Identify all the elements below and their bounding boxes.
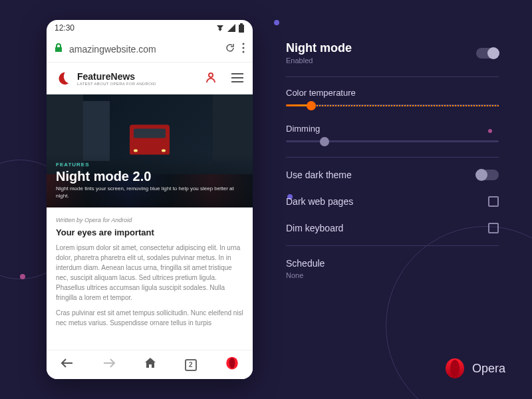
article-title: Your eyes are important: [56, 227, 243, 237]
divider: [286, 245, 499, 246]
reload-icon[interactable]: [225, 43, 235, 56]
dark-theme-label: Use dark theme: [286, 170, 352, 180]
dark-pages-checkbox[interactable]: [488, 196, 499, 207]
article-paragraph: Cras pulvinar est sit amet tempus sollic…: [56, 308, 243, 328]
site-tagline: LATEST ABOUT OPERA FOR ANDROID: [77, 82, 156, 86]
color-temperature-slider[interactable]: [286, 104, 499, 106]
opera-brand: Opera: [444, 358, 505, 379]
svg-point-2: [243, 43, 245, 45]
bg-dot: [20, 274, 25, 279]
dim-keyboard-checkbox[interactable]: [488, 223, 499, 233]
battery-icon: [238, 23, 245, 33]
divider: [286, 76, 499, 77]
wifi-icon: [215, 24, 225, 32]
schedule-setting[interactable]: Schedule None: [286, 250, 499, 287]
brand-name: Opera: [472, 362, 505, 376]
dim-keyboard-label: Dim keyboard: [286, 223, 343, 233]
dark-theme-toggle[interactable]: [476, 170, 499, 180]
site-header: FeatureNews LATEST ABOUT OPERA FOR ANDRO…: [47, 63, 253, 94]
night-mode-setting: Night mode Enabled: [286, 33, 499, 72]
divider: [286, 157, 499, 158]
dark-pages-setting: Dark web pages: [286, 188, 499, 215]
url-text: amazingwebsite.com: [69, 44, 218, 55]
dark-theme-setting: Use dark theme: [286, 162, 499, 188]
dim-keyboard-setting: Dim keyboard: [286, 215, 499, 241]
color-temperature-label: Color temperature: [286, 88, 499, 98]
dimming-setting: Dimming: [286, 117, 499, 153]
phone-frame: 12:30 amazingwebsite.com FeatureNews LAT…: [47, 20, 253, 379]
tabs-button[interactable]: 2: [185, 359, 197, 371]
dark-pages-label: Dark web pages: [286, 196, 353, 207]
slider-thumb[interactable]: [320, 137, 329, 146]
status-time: 12:30: [55, 23, 74, 33]
svg-point-6: [229, 358, 235, 368]
night-mode-status: Enabled: [286, 57, 352, 65]
hamburger-icon[interactable]: [231, 72, 243, 86]
schedule-value: None: [286, 271, 303, 279]
dimming-slider[interactable]: [286, 140, 499, 142]
moon-logo-icon: [56, 71, 70, 86]
dimming-label: Dimming: [286, 124, 499, 134]
opera-button[interactable]: [225, 356, 239, 373]
svg-point-3: [243, 47, 245, 49]
svg-rect-1: [240, 23, 243, 25]
url-bar[interactable]: amazingwebsite.com: [47, 36, 253, 63]
night-mode-title: Night mode: [286, 41, 352, 55]
user-icon[interactable]: [205, 71, 217, 86]
color-temperature-setting: Color temperature: [286, 81, 499, 117]
article: Written by Opera for Android Your eyes a…: [47, 207, 253, 342]
back-button[interactable]: [61, 358, 74, 372]
status-bar: 12:30: [47, 20, 253, 36]
svg-point-4: [243, 51, 245, 53]
more-icon[interactable]: [242, 43, 245, 56]
schedule-label: Schedule: [286, 258, 325, 269]
hero-kicker: FEATURES: [56, 162, 243, 168]
article-byline: Written by Opera for Android: [56, 217, 243, 223]
home-button[interactable]: [144, 357, 156, 372]
hero-title: Night mode 2.0: [56, 169, 243, 184]
bg-dot: [274, 20, 279, 25]
tabs-count: 2: [185, 359, 197, 371]
hero-description: Night mode tints your screen, removing b…: [56, 186, 243, 200]
slider-thumb[interactable]: [307, 101, 316, 110]
site-title: FeatureNews: [77, 71, 156, 82]
forward-button[interactable]: [102, 358, 116, 372]
signal-icon: [227, 24, 235, 32]
hero-image: FEATURES Night mode 2.0 Night mode tints…: [47, 94, 253, 207]
night-mode-toggle[interactable]: [476, 48, 499, 59]
settings-panel: Night mode Enabled Color temperature Dim…: [286, 33, 499, 287]
svg-rect-0: [239, 25, 244, 33]
bottom-nav: 2: [47, 350, 253, 379]
lock-icon: [55, 43, 63, 55]
opera-logo-icon: [444, 358, 466, 379]
article-paragraph: Lorem ipsum dolor sit amet, consectetur …: [56, 243, 243, 303]
svg-point-8: [450, 360, 460, 377]
